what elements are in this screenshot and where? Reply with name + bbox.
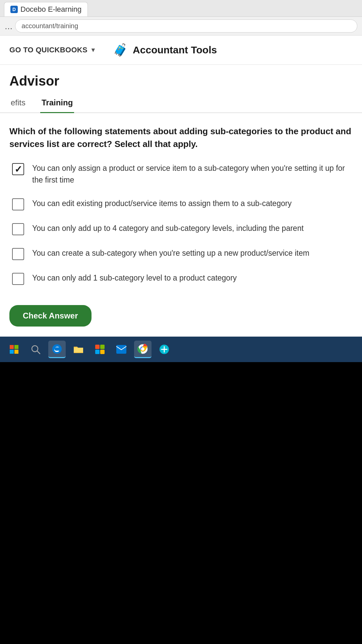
answer-option-1[interactable]: ✓ You can only assign a product or servi… [12,162,353,186]
svg-rect-1 [14,345,18,349]
tab-favicon: D [10,6,18,13]
answer-option-5[interactable]: You can only add 1 sub-category level to… [12,272,353,285]
page-title: Advisor [9,73,353,89]
answer-option-3[interactable]: You can only add up to 4 category and su… [12,222,353,235]
browser-chrome: D Docebo E-learning ... accountant/train… [0,0,362,36]
taskbar-folder-icon[interactable] [70,341,87,358]
taskbar-search-icon[interactable] [27,341,44,358]
tab-label: Docebo E-learning [20,5,81,14]
checkmark-icon: ✓ [14,164,22,175]
answer-option-4[interactable]: You can create a sub-category when you'r… [12,247,353,260]
answer-options: ✓ You can only assign a product or servi… [9,162,353,285]
page-heading-section: Advisor [0,65,362,89]
page-content: GO TO QUICKBOOKS ▼ 🧳 Accountant Tools Ad… [0,36,362,337]
checkbox-4[interactable] [12,248,24,260]
svg-rect-0 [10,345,14,349]
checkbox-1[interactable]: ✓ [12,163,24,175]
option-text-1: You can only assign a product or service… [32,162,353,186]
option-text-5: You can only add 1 sub-category level to… [32,272,353,284]
go-to-quickbooks-label: GO TO QUICKBOOKS [9,46,87,54]
taskbar-start-icon[interactable] [5,341,23,358]
question-text: Which of the following statements about … [9,125,353,150]
url-bar-row: ... accountant/training [0,17,362,36]
active-tab[interactable]: D Docebo E-learning [4,2,88,16]
tabs-row: efits Training [0,94,362,113]
taskbar-chrome-icon[interactable] [134,341,152,358]
svg-point-6 [52,344,62,354]
svg-rect-8 [100,345,105,349]
option-text-2: You can edit existing product/service it… [32,198,353,209]
checkbox-2[interactable] [12,198,24,210]
briefcase-icon: 🧳 [113,43,128,57]
taskbar-edge-icon[interactable] [48,341,66,358]
chevron-down-icon: ▼ [90,47,96,54]
top-nav: GO TO QUICKBOOKS ▼ 🧳 Accountant Tools [0,36,362,65]
answer-option-2[interactable]: You can edit existing product/service it… [12,198,353,210]
question-area: Which of the following statements about … [0,113,362,292]
svg-rect-9 [95,350,100,354]
option-text-4: You can create a sub-category when you'r… [32,247,353,259]
taskbar-plus-circle-icon[interactable] [156,341,173,358]
svg-rect-2 [10,350,14,354]
accountant-tools-section: 🧳 Accountant Tools [113,43,217,57]
nav-back[interactable]: ... [5,21,12,32]
taskbar [0,337,362,362]
svg-rect-10 [100,350,105,354]
checkbox-3[interactable] [12,223,24,235]
taskbar-mail-icon[interactable] [113,341,130,358]
svg-line-5 [37,351,40,354]
check-answer-button[interactable]: Check Answer [9,305,92,327]
tab-bar: D Docebo E-learning [0,0,362,17]
tab-training[interactable]: Training [40,94,74,113]
url-bar[interactable]: accountant/training [15,19,357,33]
bottom-black-area [0,362,362,644]
taskbar-store-icon[interactable] [91,341,109,358]
svg-rect-7 [95,345,100,349]
tab-efits[interactable]: efits [9,94,27,113]
go-to-quickbooks-button[interactable]: GO TO QUICKBOOKS ▼ [9,46,96,54]
svg-point-14 [141,347,144,351]
check-answer-section: Check Answer [0,292,362,337]
accountant-tools-label: Accountant Tools [133,44,217,56]
checkbox-5[interactable] [12,273,24,285]
svg-rect-3 [14,350,18,354]
option-text-3: You can only add up to 4 category and su… [32,222,353,234]
